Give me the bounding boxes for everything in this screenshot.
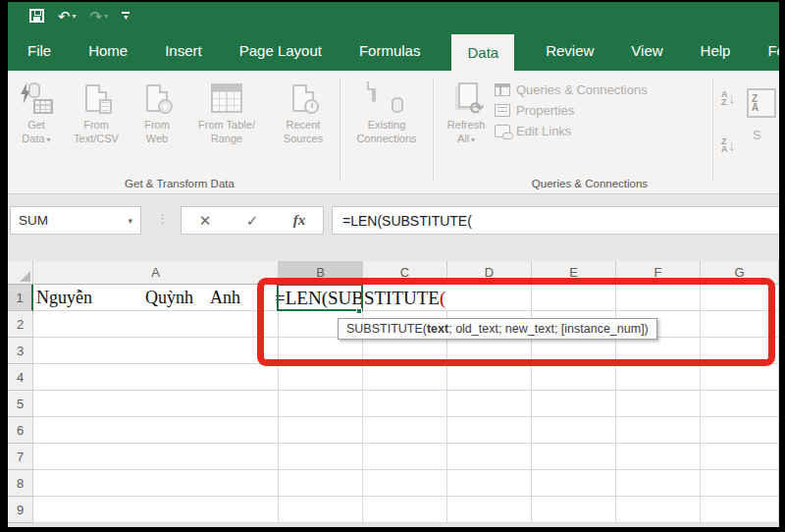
cell-A6[interactable] [33, 417, 279, 444]
tab-home[interactable]: Home [82, 29, 133, 71]
cell-C9[interactable] [363, 497, 447, 523]
row-header-6[interactable]: 6 [8, 417, 33, 444]
tab-view[interactable]: View [625, 29, 668, 71]
tab-file[interactable]: File [22, 29, 57, 71]
column-header-C[interactable]: C [363, 261, 447, 285]
cell-E4[interactable] [532, 364, 616, 391]
cell-C5[interactable] [363, 391, 447, 417]
formula-input[interactable]: =LEN(SUBSTITUTE( [332, 206, 779, 235]
cell-B7[interactable] [279, 444, 363, 470]
cell-F6[interactable] [616, 417, 701, 444]
cell-D9[interactable] [447, 497, 532, 523]
title-bar: ↶ ▾ ↷ ▾ ▾ [8, 2, 779, 29]
cell-B6[interactable] [279, 417, 363, 444]
cell-A5[interactable] [33, 391, 279, 417]
column-header-A[interactable]: A [33, 261, 279, 285]
cancel-button[interactable]: ✕ [199, 212, 212, 230]
row-header-9[interactable]: 9 [8, 497, 33, 523]
cell-B8[interactable] [279, 470, 363, 497]
tab-formulas[interactable]: Formulas [353, 29, 427, 71]
row-header-1[interactable]: 1 [8, 285, 33, 311]
cell-G7[interactable] [701, 444, 779, 470]
cell-E6[interactable] [532, 417, 616, 444]
insert-function-button[interactable]: fx [293, 212, 306, 229]
row-header-5[interactable]: 5 [8, 391, 33, 417]
cell-F4[interactable] [616, 364, 701, 391]
cell-E3[interactable] [532, 338, 616, 364]
cell-A7[interactable] [33, 444, 279, 470]
row-header-2[interactable]: 2 [8, 311, 33, 338]
tab-review[interactable]: Review [540, 29, 600, 71]
cell-F9[interactable] [616, 497, 701, 523]
cell-A2[interactable] [33, 311, 279, 338]
cell-C6[interactable] [363, 417, 447, 444]
cell-G2[interactable] [701, 311, 779, 338]
row-header-3[interactable]: 3 [8, 338, 33, 364]
cell-C7[interactable] [363, 444, 447, 470]
column-header-F[interactable]: F [616, 261, 701, 285]
cell-B5[interactable] [279, 391, 363, 417]
name-box[interactable]: SUM ▾ [10, 206, 141, 235]
save-icon[interactable] [29, 9, 44, 23]
column-header-G[interactable]: G [701, 261, 779, 285]
chevron-down-icon[interactable]: ▾ [128, 216, 132, 226]
cell-E7[interactable] [532, 444, 616, 470]
cell-F7[interactable] [616, 444, 701, 470]
tab-partial[interactable]: Fo [761, 29, 779, 71]
undo-button[interactable]: ↶ ▾ [58, 9, 77, 24]
cell-F3[interactable] [616, 338, 701, 364]
customize-quick-access-button[interactable]: ▾ [122, 12, 130, 21]
cell-E1[interactable] [532, 285, 616, 311]
cell-D3[interactable] [447, 338, 532, 364]
chevron-down-icon: ▾ [47, 135, 51, 144]
cell-E9[interactable] [532, 497, 616, 523]
cell-G4[interactable] [701, 364, 779, 391]
tab-help[interactable]: Help [695, 29, 737, 71]
fill-handle[interactable] [356, 308, 362, 314]
cell-A4[interactable] [33, 364, 279, 391]
cell-E5[interactable] [532, 391, 616, 417]
cell-D7[interactable] [447, 444, 532, 470]
cell-D5[interactable] [447, 391, 532, 417]
cell-G8[interactable] [701, 470, 779, 497]
cell-E8[interactable] [532, 470, 616, 497]
cell-C3[interactable] [363, 338, 447, 364]
cell-G5[interactable] [701, 391, 779, 417]
chevron-down-icon: ▾ [471, 135, 475, 144]
column-header-B[interactable]: B [279, 261, 363, 285]
ribbon: Get Data▾ From Text/CSV From Web From Ta… [8, 71, 779, 194]
tab-data[interactable]: Data [451, 34, 514, 71]
tab-page-layout[interactable]: Page Layout [234, 29, 328, 71]
cell-B9[interactable] [279, 497, 363, 523]
select-all-corner[interactable] [8, 261, 33, 285]
cell-G3[interactable] [701, 338, 779, 364]
edit-links-button: Edit Links [495, 124, 708, 138]
cell-D8[interactable] [447, 470, 532, 497]
column-header-E[interactable]: E [532, 261, 616, 285]
cell-A3[interactable] [33, 338, 279, 364]
row-header-4[interactable]: 4 [8, 364, 33, 391]
cell-F1[interactable] [616, 285, 701, 311]
cell-A9[interactable] [33, 497, 279, 523]
column-header-D[interactable]: D [447, 261, 532, 285]
cell-B4[interactable] [279, 364, 363, 391]
cell-C8[interactable] [363, 470, 447, 497]
sort-down-arrow-icon: ↓ [729, 91, 736, 106]
cell-D1[interactable] [447, 285, 532, 311]
cell-G1[interactable] [701, 285, 779, 311]
cell-G6[interactable] [701, 417, 779, 444]
cell-C4[interactable] [363, 364, 447, 391]
cell-F5[interactable] [616, 391, 701, 417]
cell-D4[interactable] [447, 364, 532, 391]
row-header-8[interactable]: 8 [8, 470, 33, 497]
cell-B3[interactable] [279, 338, 363, 364]
excel-window: ↶ ▾ ↷ ▾ ▾ File Home Insert Page Layout F… [8, 2, 779, 527]
enter-button[interactable]: ✓ [246, 212, 259, 230]
tab-insert[interactable]: Insert [159, 29, 208, 71]
namebox-resize-handle[interactable]: ⋮ [156, 211, 168, 226]
row-header-7[interactable]: 7 [8, 444, 33, 470]
cell-G9[interactable] [701, 497, 779, 523]
cell-F8[interactable] [616, 470, 701, 497]
cell-D6[interactable] [447, 417, 532, 444]
cell-A8[interactable] [33, 470, 279, 497]
